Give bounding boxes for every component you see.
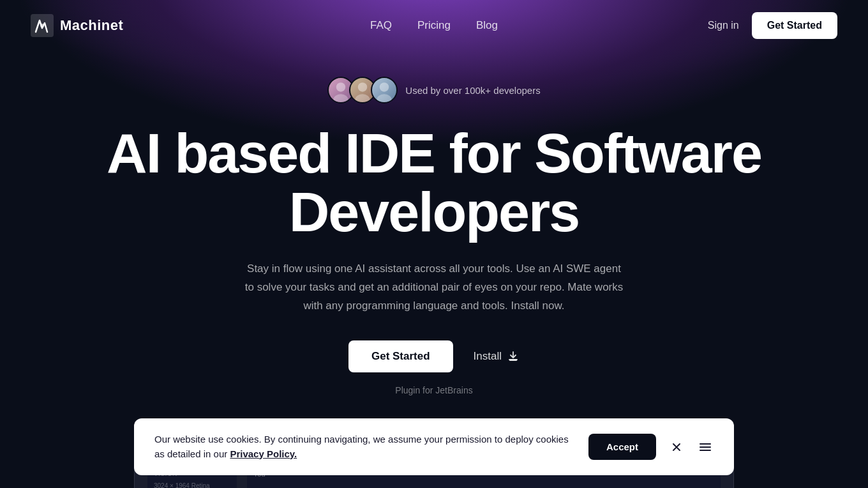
avatars-group	[327, 77, 398, 103]
cookie-actions: Accept	[588, 434, 714, 460]
hamburger-icon	[697, 441, 714, 454]
svg-point-2	[336, 82, 345, 91]
nav-link-blog[interactable]: Blog	[476, 19, 498, 32]
cookie-text: Our website use cookies. By continuing n…	[154, 432, 573, 461]
hero-section: Used by over 100k+ developers AI based I…	[0, 51, 868, 395]
svg-point-4	[358, 82, 367, 91]
get-started-hero-button[interactable]: Get Started	[348, 340, 453, 372]
svg-point-7	[377, 94, 393, 102]
plugin-text: Plugin for JetBrains	[13, 385, 855, 395]
install-button[interactable]: Install	[474, 350, 520, 363]
hero-buttons: Get Started Install	[13, 340, 855, 372]
get-started-nav-button[interactable]: Get Started	[752, 12, 837, 39]
sign-in-button[interactable]: Sign in	[708, 20, 739, 31]
hero-subtitle: Stay in flow using one AI assistant acro…	[243, 260, 625, 316]
machinet-logo-icon	[31, 14, 54, 37]
nav-link-faq[interactable]: FAQ	[370, 19, 392, 32]
close-cookie-button[interactable]	[666, 437, 687, 457]
close-icon	[670, 441, 683, 454]
svg-point-1	[40, 24, 44, 27]
users-badge: Used by over 100k+ developers	[327, 77, 540, 103]
nav-links: FAQ Pricing Blog	[370, 19, 498, 32]
nav-link-pricing[interactable]: Pricing	[417, 19, 451, 32]
logo-text: Machinet	[60, 17, 123, 34]
users-badge-text: Used by over 100k+ developers	[405, 85, 540, 96]
svg-point-5	[355, 94, 371, 102]
avatar-3	[371, 77, 398, 103]
nav-actions: Sign in Get Started	[708, 12, 837, 39]
accept-cookie-button[interactable]: Accept	[588, 434, 656, 460]
download-icon	[507, 350, 520, 363]
navbar: Machinet FAQ Pricing Blog Sign in Get St…	[0, 0, 868, 51]
privacy-policy-link[interactable]: Privacy Policy.	[230, 448, 297, 459]
svg-point-6	[380, 82, 389, 91]
svg-rect-8	[509, 360, 517, 361]
cookie-banner: Our website use cookies. By continuing n…	[134, 418, 734, 475]
svg-point-3	[334, 94, 349, 102]
logo[interactable]: Machinet	[31, 14, 123, 37]
hero-title: AI based IDE for Software Developers	[83, 124, 785, 242]
